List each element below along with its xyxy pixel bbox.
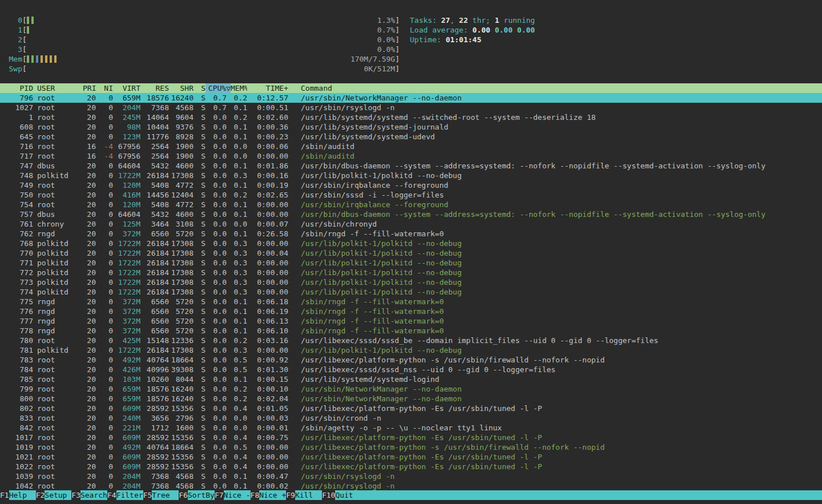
fn-quit[interactable]: F10Quit [322, 490, 822, 500]
cell-mem: 0.1 [231, 297, 247, 307]
column-header-user[interactable]: USER [33, 83, 83, 93]
process-row[interactable]: 772polkitd2001722M2618417308S0.00.30:00.… [0, 268, 822, 277]
column-header-s[interactable]: S [194, 83, 206, 93]
cell-pid: 770 [0, 248, 33, 258]
process-row[interactable]: 717root16-46795625641900S0.00.00:00.00/s… [0, 151, 822, 161]
process-row[interactable]: 777rngd200372M65605720S0.00.10:06.13/sbi… [0, 316, 822, 326]
process-row[interactable]: 747dbus2006460454324600S0.00.10:01.86/us… [0, 161, 822, 171]
meter-tick [54, 55, 57, 63]
column-header-cpu[interactable]: CPU%▽ [206, 83, 231, 93]
cell-time: 0:00.10 [247, 384, 288, 394]
cell-cpu: 0.0 [206, 287, 231, 297]
cell-shr: 4568 [169, 103, 194, 112]
cell-shr: 8928 [169, 132, 194, 142]
cell-user: root [33, 93, 83, 103]
process-row[interactable]: 833root200240M36562796S0.00.00:00.03/usr… [0, 413, 822, 423]
process-row[interactable]: 608root20098M104049376S0.00.10:00.36/usr… [0, 122, 822, 132]
cell-cpu: 0.0 [206, 336, 231, 345]
cell-state: S [194, 103, 206, 112]
process-row[interactable]: 773polkitd2001722M2618417308S0.00.30:00.… [0, 277, 822, 287]
process-row[interactable]: 1root200245M140649604S0.00.20:02.60/usr/… [0, 112, 822, 122]
cell-mem: 0.1 [231, 122, 247, 132]
process-row[interactable]: 645root200123M117768928S0.00.10:00.23/us… [0, 132, 822, 142]
column-header-ni[interactable]: NI [96, 83, 113, 93]
column-header-pri[interactable]: PRI [83, 83, 96, 93]
cell-ni: 0 [96, 442, 113, 452]
process-row[interactable]: 757dbus2006460454324600S0.00.10:00.00/us… [0, 209, 822, 219]
cell-shr: 17308 [169, 287, 194, 297]
process-row[interactable]: 775rngd200372M65605720S0.00.10:06.18/sbi… [0, 297, 822, 307]
info-text: 01:01:45 [446, 35, 482, 44]
process-row[interactable]: 796root200659M1857616240S0.70.20:12.57/u… [0, 93, 822, 103]
process-row[interactable]: 800root200659M1857616240S0.00.20:02.04/u… [0, 394, 822, 404]
process-row[interactable]: 783root200492M4076418664S0.00.50:00.92/u… [0, 355, 822, 365]
process-row[interactable]: 1042root200204M73684568S0.00.10:00.02/us… [0, 481, 822, 491]
cell-shr: 17308 [169, 277, 194, 287]
fn-help[interactable]: F1Help [0, 490, 36, 500]
column-header-time[interactable]: TIME+ [247, 83, 288, 93]
process-row[interactable]: 1039root200204M73684568S0.00.10:00.47/us… [0, 471, 822, 481]
cell-mem: 0.3 [231, 171, 247, 180]
column-header-res[interactable]: RES [140, 83, 169, 93]
fn-filter[interactable]: F4Filter [107, 490, 143, 500]
cell-user: root [33, 200, 83, 209]
cell-shr: 15356 [169, 452, 194, 462]
fn-nice[interactable]: F8Nice + [251, 490, 287, 500]
process-row[interactable]: 716root16-46795625641900S0.00.00:00.06/s… [0, 142, 822, 151]
process-row[interactable]: 780root200425M1514812336S0.00.20:03.16/u… [0, 336, 822, 345]
process-row[interactable]: 784root200426M4099639308S0.00.50:01.30/u… [0, 365, 822, 374]
process-row[interactable]: 770polkitd2001722M2618417308S0.00.30:00.… [0, 248, 822, 258]
cell-command: /usr/sbin/irqbalance --foreground [288, 200, 822, 209]
column-header-shr[interactable]: SHR [169, 83, 194, 93]
cell-shr: 17308 [169, 171, 194, 180]
fn-setup[interactable]: F2Setup [36, 490, 72, 500]
cell-res: 26184 [140, 277, 169, 287]
fn-search[interactable]: F3Search [71, 490, 107, 500]
meter-value: 0.0% [377, 45, 395, 54]
cell-ni: 0 [96, 336, 113, 345]
column-header-command[interactable]: Command [288, 83, 822, 93]
meter-close-bracket: ] [395, 35, 400, 45]
process-row[interactable]: 754root200120M54084772S0.00.10:00.00/usr… [0, 200, 822, 209]
process-row[interactable]: 771polkitd2001722M2618417308S0.00.30:00.… [0, 258, 822, 268]
cell-user: chrony [33, 219, 83, 229]
cell-state: S [194, 307, 206, 316]
column-header-pid[interactable]: PID [0, 83, 33, 93]
process-row[interactable]: 799root200659M1857616240S0.00.20:00.10/u… [0, 384, 822, 394]
process-row[interactable]: 842root200221M17121600S0.00.00:00.01/sbi… [0, 423, 822, 433]
cell-command: /usr/sbin/irqbalance --foreground [288, 180, 822, 190]
column-header-mem[interactable]: MEM% [231, 83, 247, 93]
cell-pri: 20 [83, 471, 96, 481]
column-header-virt[interactable]: VIRT [113, 83, 140, 93]
fn-sortby[interactable]: F6SortBy [179, 490, 215, 500]
process-row[interactable]: 778rngd200372M65605720S0.00.10:06.10/sbi… [0, 326, 822, 336]
fn-nice[interactable]: F7Nice - [215, 490, 251, 500]
cell-res: 28592 [140, 452, 169, 462]
process-row[interactable]: 749root200120M54084772S0.00.10:00.19/usr… [0, 180, 822, 190]
process-row[interactable]: 1019root200492M4076418664S0.00.50:00.00/… [0, 442, 822, 452]
cell-pri: 20 [83, 132, 96, 142]
process-row[interactable]: 1022root200609M2859215356S0.00.40:00.00/… [0, 462, 822, 471]
info-text: 0.00 [473, 26, 495, 34]
cell-ni: -4 [96, 142, 113, 151]
fn-kill[interactable]: F9Kill [286, 490, 322, 500]
cell-command: /usr/lib/systemd/systemd --switched-root… [288, 112, 822, 122]
process-row[interactable]: 761chrony200125M34643108S0.00.00:00.07/u… [0, 219, 822, 229]
process-row[interactable]: 1017root200609M2859215356S0.00.40:00.75/… [0, 433, 822, 442]
cell-shr: 17308 [169, 239, 194, 248]
process-row[interactable]: 750root200416M1445612404S0.00.20:02.65/u… [0, 190, 822, 200]
fn-tree[interactable]: F5Tree [143, 490, 179, 500]
process-row[interactable]: 802root200609M2859215356S0.00.40:01.05/u… [0, 404, 822, 413]
process-row[interactable]: 776rngd200372M65605720S0.00.10:06.19/sbi… [0, 307, 822, 316]
fn-key-label: F10 [322, 490, 335, 500]
process-row[interactable]: 1021root200609M2859215356S0.00.40:00.00/… [0, 452, 822, 462]
process-row[interactable]: 785root200103M102608044S0.00.10:00.15/us… [0, 374, 822, 384]
process-row[interactable]: 1027root200204M73684568S0.70.10:00.51/us… [0, 103, 822, 112]
process-row[interactable]: 774polkitd2001722M2618417308S0.00.30:00.… [0, 287, 822, 297]
process-row[interactable]: 768polkitd2001722M2618417308S0.00.30:00.… [0, 239, 822, 248]
process-row[interactable]: 781polkitd2001722M2618417308S0.00.30:00.… [0, 345, 822, 355]
cell-shr: 16240 [169, 394, 194, 404]
process-row[interactable]: 748polkitd2001722M2618417308S0.00.30:00.… [0, 171, 822, 180]
process-row[interactable]: 762rngd200372M65605720S0.00.10:26.58/sbi… [0, 229, 822, 239]
cell-pid: 802 [0, 404, 33, 413]
